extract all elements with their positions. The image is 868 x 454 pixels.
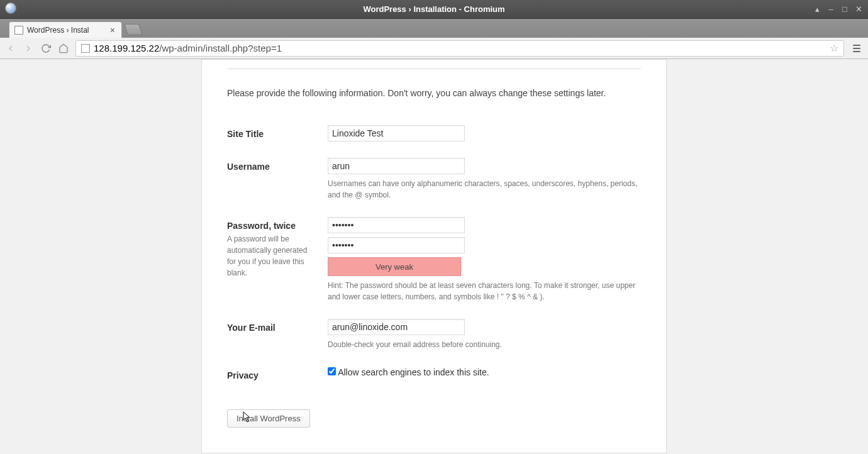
browser-toolbar: 128.199.125.22/wp-admin/install.php?step… bbox=[0, 38, 868, 59]
close-button[interactable]: ✕ bbox=[854, 4, 863, 13]
password2-input[interactable] bbox=[328, 237, 465, 253]
row-username: Username Usernames can have only alphanu… bbox=[227, 152, 641, 211]
divider bbox=[227, 69, 641, 69]
email-hint: Double-check your email address before c… bbox=[328, 339, 641, 350]
tab-favicon-icon bbox=[14, 26, 23, 35]
intro-text: Please provide the following information… bbox=[227, 87, 641, 100]
minimize-button[interactable]: – bbox=[826, 4, 835, 13]
label-site-title: Site Title bbox=[227, 119, 328, 152]
tab-bar: WordPress › Instal × bbox=[0, 19, 868, 38]
new-tab-button[interactable] bbox=[124, 24, 143, 35]
forward-button[interactable] bbox=[23, 43, 34, 54]
maximize-button[interactable]: □ bbox=[840, 4, 849, 13]
page-favicon-icon bbox=[81, 44, 90, 53]
install-form-container: Please provide the following information… bbox=[201, 59, 667, 453]
privacy-label-wrapper[interactable]: Allow search engines to index this site. bbox=[328, 367, 489, 377]
password1-input[interactable] bbox=[328, 217, 465, 233]
password-strength-meter: Very weak bbox=[328, 257, 461, 276]
address-bar[interactable]: 128.199.125.22/wp-admin/install.php?step… bbox=[75, 40, 844, 57]
site-title-input[interactable] bbox=[328, 125, 465, 141]
email-input[interactable] bbox=[328, 319, 465, 335]
app-icon bbox=[5, 3, 16, 14]
username-hint: Usernames can have only alphanumeric cha… bbox=[328, 178, 641, 201]
tab-close-icon[interactable]: × bbox=[109, 25, 116, 35]
username-input[interactable] bbox=[328, 158, 465, 174]
label-email: Your E-mail bbox=[227, 313, 328, 360]
window-title: WordPress › Installation - Chromium bbox=[363, 4, 504, 14]
row-site-title: Site Title bbox=[227, 119, 641, 152]
window-up-icon[interactable]: ▴ bbox=[813, 4, 821, 13]
password-hint: Hint: The password should be at least se… bbox=[328, 280, 641, 302]
url-path: /wp-admin/install.php?step=1 bbox=[159, 43, 282, 53]
back-button[interactable] bbox=[5, 43, 16, 54]
tab-title: WordPress › Instal bbox=[27, 26, 105, 35]
password-sublabel: A password will be automatically generat… bbox=[227, 233, 315, 279]
label-password: Password, twice bbox=[227, 221, 296, 231]
window-titlebar: WordPress › Installation - Chromium ▴ – … bbox=[0, 0, 868, 19]
row-password: Password, twice A password will be autom… bbox=[227, 211, 641, 313]
page-viewport[interactable]: Please provide the following information… bbox=[0, 59, 868, 454]
home-button[interactable] bbox=[58, 43, 69, 54]
install-wordpress-button[interactable]: Install WordPress bbox=[227, 409, 310, 428]
label-username: Username bbox=[227, 152, 328, 211]
browser-tab[interactable]: WordPress › Instal × bbox=[9, 21, 122, 38]
label-privacy: Privacy bbox=[227, 360, 328, 390]
url-domain: 128.199.125.22 bbox=[94, 43, 159, 53]
url-text: 128.199.125.22/wp-admin/install.php?step… bbox=[94, 43, 826, 53]
reload-button[interactable] bbox=[40, 43, 52, 54]
install-form-table: Site Title Username Usernames can have o… bbox=[227, 119, 641, 390]
bookmark-star-icon[interactable]: ☆ bbox=[830, 42, 838, 54]
privacy-text: Allow search engines to index this site. bbox=[338, 367, 489, 377]
row-email: Your E-mail Double-check your email addr… bbox=[227, 313, 641, 360]
hamburger-menu-icon[interactable] bbox=[850, 42, 863, 55]
row-privacy: Privacy Allow search engines to index th… bbox=[227, 360, 641, 390]
privacy-checkbox[interactable] bbox=[328, 367, 336, 375]
